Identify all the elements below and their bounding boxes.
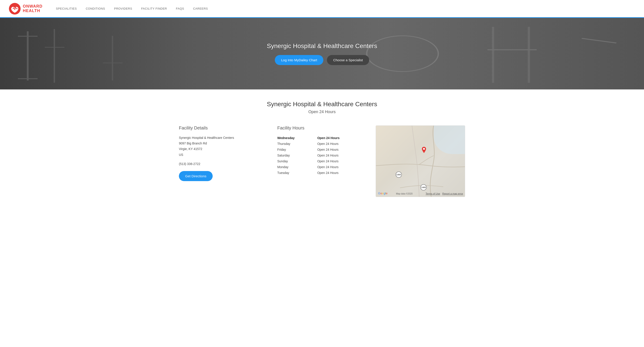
logo-line2: HEALTH [23,9,42,13]
phone-number: (513) 336-2722 [179,162,268,166]
map-container[interactable]: 1469 1469 Google [376,126,465,197]
hours-value: Open 24 Hours [317,164,367,170]
hours-row: ThursdayOpen 24 Hours [277,141,367,147]
main-nav: SPECIALITIES CONDITIONS PROVIDERS FACILI… [56,7,208,10]
hours-table: WednesdayOpen 24 HoursThursdayOpen 24 Ho… [277,135,367,176]
svg-rect-11 [488,49,537,50]
address-block: Synergic Hospital & Healthcare Centers 9… [179,135,268,158]
hours-value: Open 24 Hours [317,152,367,158]
svg-point-13 [423,148,425,150]
choose-specialist-button[interactable]: Choose a Specialist [327,55,369,65]
terms-of-use-link[interactable]: Terms of Use [426,192,440,195]
svg-rect-7 [103,62,122,63]
nav-conditions[interactable]: CONDITIONS [86,7,105,10]
map-inner: 1469 1469 Google [376,126,465,197]
logo-line1: ONWARD [23,4,42,9]
hours-day: Tuesday [277,170,317,176]
nav-specialities[interactable]: SPECIALITIES [56,7,77,10]
facility-details-section: Facility Details Synergic Hospital & Hea… [179,126,268,181]
nav-facility-finder[interactable]: FACILITY FINDER [141,7,167,10]
svg-rect-4 [54,29,55,83]
svg-rect-10 [528,27,530,83]
header: ONWARD HEALTH SPECIALITIES CONDITIONS PR… [0,0,644,18]
facility-heading: Synergic Hospital & Healthcare Centers [179,100,465,108]
hours-value: Open 24 Hours [317,147,367,152]
facility-details-title: Facility Details [179,126,268,130]
hero-section: Synergic Hospital & Healthcare Centers L… [0,18,644,90]
login-button[interactable]: Log Into MyDailey Chart [275,55,323,65]
address-line2: Virgie, KY 41572 [179,146,268,152]
hero-title: Synergic Hospital & Healthcare Centers [267,42,377,50]
svg-point-8 [367,36,438,72]
route-badge-2: 1469 [420,184,427,190]
content-grid: Facility Details Synergic Hospital & Hea… [179,126,465,197]
svg-rect-5 [45,47,64,48]
address-line1: 9097 Big Branch Rd [179,141,268,146]
hours-row: SaturdayOpen 24 Hours [277,152,367,158]
hours-row: MondayOpen 24 Hours [277,164,367,170]
google-logo: Google [378,192,388,195]
logo-text: ONWARD HEALTH [23,4,42,13]
map-footer: Google [378,192,388,195]
map-pin [421,147,427,156]
hours-row: WednesdayOpen 24 Hours [277,135,367,141]
facility-title: Synergic Hospital & Healthcare Centers [179,100,465,108]
hours-value: Open 24 Hours [317,158,367,164]
svg-rect-2 [18,36,38,37]
hours-day: Thursday [277,141,317,147]
hours-row: TuesdayOpen 24 Hours [277,170,367,176]
route-badge-1: 1469 [396,172,402,178]
hero-buttons: Log Into MyDailey Chart Choose a Special… [267,55,377,65]
facility-name: Synergic Hospital & Healthcare Centers [179,135,268,141]
nav-careers[interactable]: CAREERS [193,7,208,10]
svg-rect-12 [582,38,617,44]
svg-rect-3 [18,78,38,79]
svg-rect-9 [492,27,494,83]
hero-content: Synergic Hospital & Healthcare Centers L… [267,42,377,65]
map-footer-links: Terms of Use Report a map error [426,192,463,195]
hours-row: SundayOpen 24 Hours [277,158,367,164]
logo[interactable]: ONWARD HEALTH [9,3,42,14]
get-directions-button[interactable]: Get Directions [179,171,213,181]
hours-day: Saturday [277,152,317,158]
hours-day: Wednesday [277,135,317,141]
hours-day: Sunday [277,158,317,164]
hours-day: Monday [277,164,317,170]
facility-hours-title: Facility Hours [277,126,367,130]
hours-value: Open 24 Hours [317,141,367,147]
svg-rect-6 [112,36,113,80]
logo-icon [9,3,20,14]
nav-faqs[interactable]: FAQS [176,7,184,10]
country: US [179,152,268,158]
facility-hours-section: Facility Hours WednesdayOpen 24 HoursThu… [277,126,367,176]
hours-value: Open 24 Hours [317,170,367,176]
hours-day: Friday [277,147,317,152]
svg-rect-1 [27,31,28,80]
main-content: Synergic Hospital & Healthcare Centers O… [166,90,478,210]
report-map-error-link[interactable]: Report a map error [442,192,463,195]
nav-providers[interactable]: PROVIDERS [114,7,132,10]
map-data-credit: Map data ©2020 [396,192,412,195]
hours-row: FridayOpen 24 Hours [277,147,367,152]
hours-value: Open 24 Hours [317,135,367,141]
facility-subheading: Open 24 Hours [179,110,465,114]
